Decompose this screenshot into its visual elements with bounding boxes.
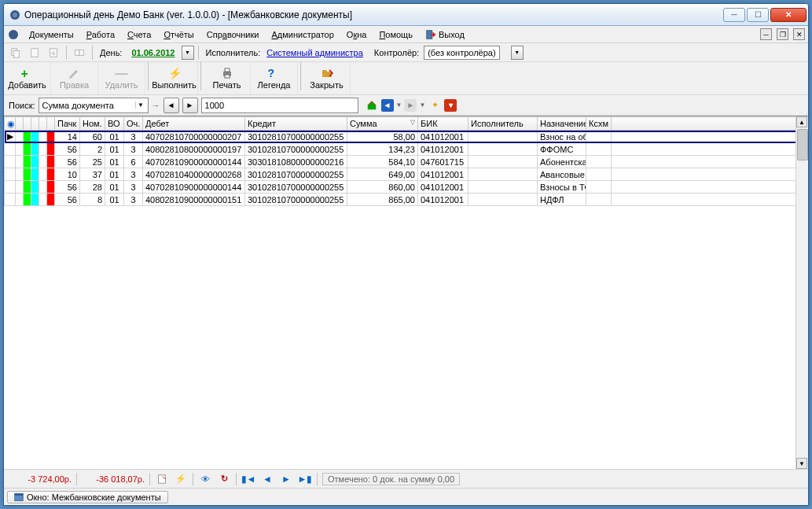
scroll-down-icon[interactable]: ▼: [796, 458, 807, 469]
window-controls: ─ ☐ ✕: [723, 8, 806, 22]
col-num[interactable]: Ном.: [80, 117, 105, 131]
col-credit[interactable]: Кредит: [245, 117, 347, 131]
dropdown-icon[interactable]: ▼: [396, 101, 402, 109]
mdi-restore[interactable]: ❐: [777, 28, 788, 40]
copy-icon[interactable]: [7, 45, 24, 61]
marked-status: Отмечено: 0 док. на сумму 0,00: [322, 473, 460, 485]
mdi-close[interactable]: ✕: [793, 28, 805, 40]
search-field-combo[interactable]: Сумма документа ▼: [39, 98, 149, 113]
col-purpose[interactable]: Назначение: [538, 117, 586, 131]
menu-documents[interactable]: Документы: [24, 28, 79, 41]
delete-button[interactable]: — Удалить: [98, 62, 145, 94]
table-row[interactable]: 5680134080281090000000015130102810700000…: [5, 194, 808, 206]
col-vo[interactable]: ВО: [105, 117, 124, 131]
table-row[interactable]: 5628013407028109000000001443010281070000…: [5, 181, 808, 194]
nav-back-icon[interactable]: ◄: [381, 99, 394, 112]
home-icon[interactable]: [365, 98, 379, 112]
col-och[interactable]: Оч.: [124, 117, 143, 131]
maximize-button[interactable]: ☐: [747, 8, 769, 22]
dropdown-icon-2[interactable]: ▼: [419, 101, 425, 109]
execute-button[interactable]: ⚡ Выполнить: [151, 62, 198, 94]
legend-button[interactable]: ? Легенда: [251, 62, 298, 94]
table-row[interactable]: ▶146001340702810700000000207301028107000…: [5, 131, 808, 143]
svg-rect-12: [225, 75, 230, 78]
menu-admin[interactable]: Администратор: [266, 28, 338, 41]
prev-button[interactable]: ◄: [164, 98, 179, 113]
controller-value: (без контролёра): [424, 46, 499, 60]
refresh-icon[interactable]: ↻: [217, 472, 231, 486]
mdi-minimize[interactable]: ─: [760, 28, 772, 40]
scroll-up-icon[interactable]: ▲: [796, 116, 807, 127]
col-bik[interactable]: БИК: [418, 117, 468, 131]
add-button[interactable]: + Добавить: [4, 62, 51, 94]
folder-close-icon: [321, 67, 333, 79]
table-row[interactable]: 5625016407028109000000001443030181080000…: [5, 156, 808, 168]
print-button[interactable]: Печать: [204, 62, 251, 94]
star-icon[interactable]: ✦: [428, 98, 442, 112]
close-button[interactable]: ✕: [770, 8, 806, 22]
svg-rect-5: [13, 50, 19, 57]
filter-icon[interactable]: ▾: [444, 99, 457, 112]
nav-fwd-icon[interactable]: ►: [404, 99, 417, 112]
menu-refs[interactable]: Справочники: [202, 28, 264, 41]
searchbar: Поиск: Сумма документа ▼ → ◄ ► ◄ ▼ ► ▼ ✦…: [4, 95, 808, 116]
col-ksxm[interactable]: Ксхм: [586, 117, 612, 131]
window-tabs: Окно: Межбанковские документы: [4, 488, 808, 505]
col-sum[interactable]: Сумма▽: [347, 117, 418, 131]
svg-point-2: [9, 30, 18, 39]
controller-dropdown[interactable]: ▼: [511, 46, 524, 60]
menubar: Документы Работа Счета Отчёты Справочник…: [4, 26, 808, 43]
search-input[interactable]: [201, 98, 358, 113]
vertical-scrollbar[interactable]: ▲ ▼: [795, 116, 808, 469]
minus-icon: —: [116, 67, 128, 79]
scroll-thumb[interactable]: [797, 129, 808, 160]
menu-reports[interactable]: Отчёты: [159, 28, 198, 41]
batch-icon[interactable]: [71, 45, 88, 61]
tab-interbank[interactable]: Окно: Межбанковские документы: [7, 491, 168, 503]
col-debit[interactable]: Дебет: [143, 117, 245, 131]
bolt-icon: ⚡: [168, 67, 181, 79]
toolbar-main: День: 01.06.2012 ▼ Исполнитель: Системны…: [4, 43, 808, 62]
flag-icon[interactable]: [155, 472, 169, 486]
sort-indicator-icon: ▽: [410, 119, 415, 126]
col-indicator[interactable]: ◉: [5, 117, 16, 131]
svg-rect-11: [225, 68, 230, 72]
table-row[interactable]: 5620134080281080000000019730102810700000…: [5, 143, 808, 156]
close-doc-button[interactable]: Закрыть: [303, 62, 351, 94]
next-button[interactable]: ►: [182, 98, 198, 113]
status-bar: -3 724,00р. -36 018,07р. ⚡ 👁 ↻ ▮◄ ◄ ► ►▮…: [4, 469, 808, 488]
menu-app-icon: [7, 28, 20, 41]
menu-work[interactable]: Работа: [82, 28, 119, 41]
prev-icon[interactable]: ◄: [260, 472, 274, 486]
table-row[interactable]: 1037013407028104000000002683010281070000…: [5, 168, 808, 181]
window-title: Операционный день Демо Банк (ver. 1.0.0.…: [24, 9, 723, 20]
edit-button[interactable]: Правка: [51, 62, 98, 94]
svg-point-1: [13, 13, 17, 17]
minimize-button[interactable]: ─: [723, 8, 745, 22]
app-window: Операционный день Демо Банк (ver. 1.0.0.…: [3, 3, 809, 506]
first-icon[interactable]: ▮◄: [241, 472, 255, 486]
last-icon[interactable]: ►▮: [298, 472, 312, 486]
view-icon[interactable]: 👁: [198, 472, 212, 486]
grid-header[interactable]: ◉ Пачк Ном. ВО Оч. Дебет Кредит Сумма▽ Б…: [5, 117, 808, 131]
search-label: Поиск:: [9, 101, 35, 110]
pencil-icon: [68, 67, 81, 79]
menu-exit[interactable]: Выход: [421, 28, 469, 42]
export-icon[interactable]: [45, 45, 62, 61]
data-grid[interactable]: ◉ Пачк Ном. ВО Оч. Дебет Кредит Сумма▽ Б…: [4, 116, 808, 469]
col-exec[interactable]: Исполнитель: [468, 117, 538, 131]
menu-accounts[interactable]: Счета: [123, 28, 156, 41]
menu-windows[interactable]: Окна: [342, 28, 372, 41]
bolt-mini-icon[interactable]: ⚡: [174, 472, 188, 486]
executor-link[interactable]: Системный администра: [266, 48, 363, 57]
doc-icon[interactable]: [26, 45, 43, 61]
date-link[interactable]: 01.06.2012: [131, 48, 175, 57]
svg-rect-13: [159, 474, 166, 483]
next-icon[interactable]: ►: [279, 472, 293, 486]
menu-help[interactable]: Помощь: [374, 28, 417, 41]
date-dropdown[interactable]: ▼: [182, 46, 194, 60]
col-pack[interactable]: Пачк: [55, 117, 80, 131]
titlebar: Операционный день Демо Банк (ver. 1.0.0.…: [4, 4, 808, 26]
day-label: День:: [100, 48, 122, 57]
controller-label: Контролёр:: [374, 48, 419, 57]
